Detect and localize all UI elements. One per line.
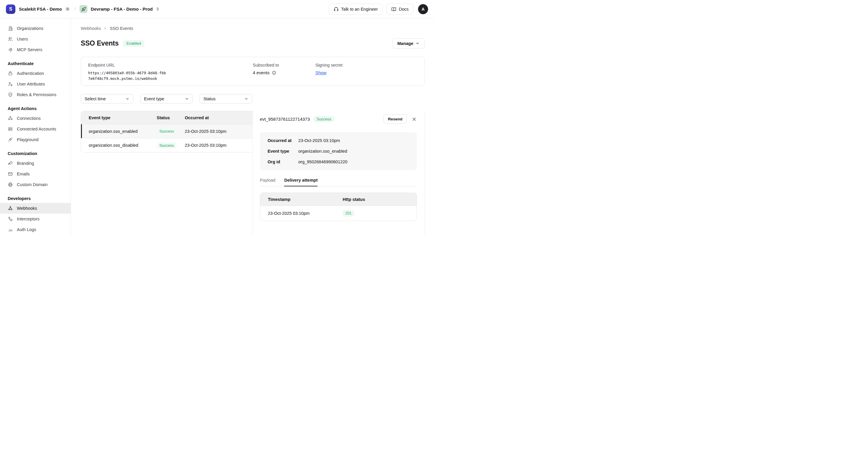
attempt-row[interactable]: 23-Oct-2025 03:10pm 201 — [260, 206, 416, 221]
sidebar-item-label: Roles & Permissions — [17, 92, 57, 97]
field-org-id: Org id org_95026846990601220 — [268, 159, 409, 165]
field-label: Occurred at — [268, 138, 298, 144]
sidebar-item-user-attributes[interactable]: User Attributes — [0, 79, 71, 89]
signing-secret-label: Signing secret — [315, 63, 417, 67]
tab-payload[interactable]: Payload — [260, 178, 275, 186]
events-table-header: Event type Status Occurred at — [81, 111, 252, 124]
mcp-servers-icon — [8, 47, 13, 52]
interceptors-icon — [8, 216, 13, 222]
show-secret-link[interactable]: Show — [315, 70, 327, 75]
sidebar-item-label: MCP Servers — [17, 47, 42, 52]
sidebar-item-label: Connected Accounts — [17, 127, 56, 131]
select-time-filter[interactable]: Select time — [81, 94, 133, 104]
users-icon — [8, 36, 13, 42]
sidebar-item-auth-logs[interactable]: Auth Logs — [0, 224, 71, 235]
event-type-filter[interactable]: Event type — [140, 94, 193, 104]
table-row-sso-enabled[interactable]: organization.sso_enabled Success 23-Oct-… — [81, 124, 252, 138]
sidebar-item-label: Custom Domain — [17, 182, 48, 187]
org-settings-gear-icon[interactable] — [65, 6, 70, 12]
manage-button[interactable]: Manage — [392, 38, 425, 49]
rocket-icon — [80, 5, 88, 13]
sidebar-item-playground[interactable]: Playground — [0, 134, 71, 145]
status-label: Status — [204, 96, 216, 101]
column-header-http-status: Http status — [343, 197, 416, 202]
field-event-type: Event type organization.sso_enabled — [268, 148, 409, 154]
title-row: SSO Events Enabled Manage — [81, 38, 425, 49]
status-filter[interactable]: Status — [199, 94, 252, 104]
occurred-at-cell: 23-Oct-2025 03:10pm — [185, 143, 252, 148]
column-header-status: Status — [157, 115, 185, 120]
event-type-cell: organization.sso_enabled — [81, 129, 157, 134]
docs-book-icon — [391, 6, 397, 12]
app-root: S Scalekit FSA - Demo / Devramp - FSA - … — [0, 0, 434, 235]
events-table: Event type Status Occurred at organizati… — [81, 111, 252, 152]
sidebar-item-label: Auth Logs — [17, 227, 36, 232]
topbar-right: Talk to an Engineer Docs A — [329, 4, 428, 15]
sidebar-item-custom-domain[interactable]: Custom Domain — [0, 179, 71, 190]
sidebar-item-connected-accounts[interactable]: Connected Accounts — [0, 124, 71, 134]
lock-icon — [8, 71, 13, 76]
field-label: Org id — [268, 159, 298, 165]
webhook-icon — [8, 206, 13, 211]
event-type-cell: organization.sso_disabled — [81, 143, 157, 148]
info-icon[interactable] — [272, 70, 276, 75]
sidebar-item-label: Organizations — [17, 26, 43, 31]
environment-name[interactable]: Devramp - FSA - Demo - Prod — [91, 6, 153, 11]
main-content: Webhooks SSO Events SSO Events Enabled M… — [71, 18, 434, 235]
user-gear-icon — [8, 81, 13, 87]
avatar[interactable]: A — [418, 4, 428, 14]
breadcrumb-sso-events: SSO Events — [110, 26, 133, 31]
status-badge: Success — [157, 142, 177, 149]
sidebar-item-organizations[interactable]: Organizations — [0, 23, 71, 34]
subscribed-label: Subscribed to — [253, 63, 315, 67]
sidebar-item-label: Playground — [17, 137, 38, 142]
docs-label: Docs — [399, 7, 409, 11]
docs-button[interactable]: Docs — [386, 4, 413, 15]
bar-chart-icon — [8, 227, 13, 232]
sidebar-item-label: Connections — [17, 116, 41, 121]
server-icon — [8, 126, 13, 131]
sidebar-item-label: Interceptors — [17, 216, 40, 221]
sidebar-item-emails[interactable]: Emails — [0, 169, 71, 179]
headphones-icon — [334, 6, 339, 12]
manage-label: Manage — [397, 41, 413, 46]
sidebar-section-agent-actions: Agent Actions — [0, 106, 71, 111]
delivery-attempts-table: Timestamp Http status 23-Oct-2025 03:10p… — [260, 193, 417, 221]
sidebar-item-connections[interactable]: Connections — [0, 113, 71, 124]
occurred-at-cell: 23-Oct-2025 03:10pm — [185, 129, 252, 134]
chevron-down-icon — [244, 97, 248, 101]
sidebar-item-users[interactable]: Users — [0, 34, 71, 45]
sidebar-item-mcp-servers[interactable]: MCP Servers — [0, 45, 71, 55]
resend-button[interactable]: Resend — [383, 115, 407, 124]
close-icon[interactable] — [411, 117, 417, 122]
filters-row: Select time Event type Status — [81, 94, 425, 104]
page-title: SSO Events — [81, 39, 119, 47]
breadcrumb-webhooks[interactable]: Webhooks — [81, 26, 101, 31]
env-switcher-chevrons-icon[interactable] — [155, 6, 160, 11]
detail-header: evt_95873761122714373 Success Resend — [260, 115, 417, 124]
chevron-down-icon — [415, 41, 420, 46]
sidebar-item-authentication[interactable]: Authentication — [0, 68, 71, 79]
sidebar-section-developers: Developers — [0, 196, 71, 201]
events-split-view: Event type Status Occurred at organizati… — [81, 111, 425, 235]
chevron-down-icon — [125, 97, 129, 101]
sidebar-item-interceptors[interactable]: Interceptors — [0, 214, 71, 224]
sidebar-item-label: Users — [17, 37, 28, 41]
sidebar-item-settings[interactable]: Settings — [0, 235, 71, 235]
field-value: organization.sso_enabled — [298, 148, 347, 154]
chevron-right-icon — [103, 26, 107, 30]
sidebar-item-webhooks[interactable]: Webhooks — [0, 203, 71, 214]
sidebar-section-authenticate: Authenticate — [0, 61, 71, 66]
envelope-icon — [8, 171, 13, 177]
field-value: org_95026846990601220 — [298, 159, 347, 165]
event-type-label: Event type — [144, 96, 164, 101]
subscribed-value: 4 events — [253, 70, 270, 75]
sidebar-item-branding[interactable]: Branding — [0, 158, 71, 169]
talk-to-engineer-button[interactable]: Talk to an Engineer — [329, 4, 382, 15]
http-status-badge: 201 — [343, 210, 354, 216]
app-logo[interactable]: S — [6, 4, 16, 14]
tab-delivery-attempt[interactable]: Delivery attempt — [284, 178, 317, 186]
org-name[interactable]: Scalekit FSA - Demo — [19, 6, 62, 11]
sidebar-item-roles-permissions[interactable]: Roles & Permissions — [0, 89, 71, 100]
table-row-sso-disabled[interactable]: organization.sso_disabled Success 23-Oct… — [81, 138, 252, 152]
